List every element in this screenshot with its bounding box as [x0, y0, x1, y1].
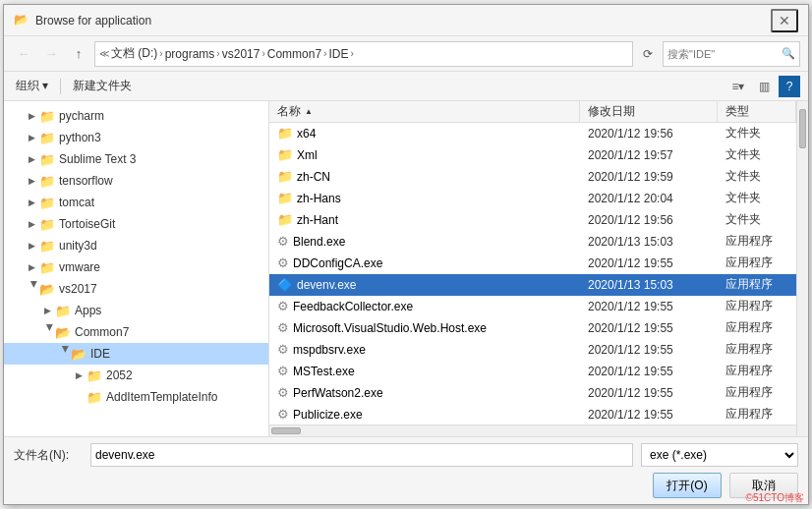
file-name-zhhant: 📁 zh-Hant — [269, 212, 580, 227]
exe-icon: ⚙ — [277, 364, 289, 378]
title-bar: 📂 Browse for application ✕ — [4, 5, 808, 36]
table-row[interactable]: 📁 zh-Hans 2020/1/12 20:04 文件夹 — [269, 188, 796, 209]
folder-icon: 📁 — [277, 191, 293, 205]
sidebar-label-pycharm: pycharm — [59, 109, 104, 123]
separator1 — [60, 79, 61, 94]
table-row[interactable]: ⚙ MSTest.exe 2020/1/12 19:55 应用程序 — [269, 361, 796, 382]
view-controls: ≡▾ ▥ ? — [727, 76, 800, 97]
view-list-button[interactable]: ≡▾ — [727, 76, 749, 97]
title-bar-left: 📂 Browse for application — [14, 13, 151, 28]
table-row[interactable]: ⚙ Publicize.exe 2020/1/12 19:55 应用程序 — [269, 404, 796, 424]
exe-icon: ⚙ — [277, 255, 289, 270]
table-row[interactable]: ⚙ DDConfigCA.exe 2020/1/12 19:55 应用程序 — [269, 253, 796, 274]
folder-icon-tensorflow: 📁 — [39, 174, 55, 188]
exe-icon: ⚙ — [277, 407, 289, 422]
view-panel-button[interactable]: ▥ — [753, 76, 775, 97]
horizontal-scrollbar[interactable] — [269, 424, 796, 436]
sidebar-item-apps[interactable]: ▶ 📁 Apps — [4, 300, 268, 321]
expand-arrow-additem — [71, 389, 87, 405]
file-list: 📁 x64 2020/1/12 19:56 文件夹 📁 Xml 2020/1/1… — [269, 123, 796, 424]
sidebar-item-2052[interactable]: ▶ 📁 2052 — [4, 365, 268, 386]
exe-icon: ⚙ — [277, 320, 289, 335]
sidebar-item-vs2017[interactable]: ▶ 📂 vs2017 — [4, 278, 268, 300]
expand-arrow-common7: ▶ — [39, 324, 55, 340]
file-name-publicize: ⚙ Publicize.exe — [269, 407, 580, 422]
sidebar-item-additemtemplateinfo[interactable]: 📁 AddItemTemplateInfo — [4, 386, 268, 408]
organize-button[interactable]: 组织 ▾ — [12, 76, 52, 96]
folder-icon: 📁 — [277, 147, 293, 162]
address-crumb-common7: Common7 — [267, 47, 321, 61]
table-row[interactable]: ⚙ Microsoft.VisualStudio.Web.Host.exe 20… — [269, 317, 796, 339]
expand-arrow-ide: ▶ — [55, 346, 71, 362]
col-header-date[interactable]: 修改日期 — [580, 101, 718, 122]
expand-arrow-tomcat: ▶ — [24, 195, 39, 210]
sidebar-item-vmware[interactable]: ▶ 📁 vmware — [4, 256, 268, 278]
table-row[interactable]: 📁 zh-CN 2020/1/12 19:59 文件夹 — [269, 166, 796, 188]
expand-arrow-sublime: ▶ — [24, 151, 39, 167]
sidebar-label-common7: Common7 — [75, 325, 129, 339]
file-name-zhhans: 📁 zh-Hans — [269, 191, 580, 205]
bottom-bar: 文件名(N): exe (*.exe) 所有文件 (*.*) 打开(O) 取消 — [4, 436, 808, 504]
table-row[interactable]: 🔷 devenv.exe 2020/1/13 15:03 应用程序 — [269, 274, 796, 296]
search-input[interactable] — [667, 48, 780, 60]
help-button[interactable]: ? — [779, 76, 800, 97]
table-row[interactable]: 📁 x64 2020/1/12 19:56 文件夹 — [269, 123, 796, 144]
sidebar-label-ide: IDE — [90, 347, 110, 361]
table-row[interactable]: ⚙ mspdbsrv.exe 2020/1/12 19:55 应用程序 — [269, 339, 796, 361]
file-name-devenv: 🔷 devenv.exe — [269, 277, 580, 292]
address-bar[interactable]: ≪ 文档 (D:) › programs › vs2017 › Common7 … — [94, 41, 633, 67]
sort-arrow-name: ▲ — [305, 107, 313, 116]
close-button[interactable]: ✕ — [771, 9, 798, 32]
sidebar-item-tomcat[interactable]: ▶ 📁 tomcat — [4, 192, 268, 213]
open-button[interactable]: 打开(O) — [653, 473, 722, 498]
sidebar-label-tortoisegit: TortoiseGit — [59, 217, 115, 231]
filetype-select[interactable]: exe (*.exe) 所有文件 (*.*) — [641, 443, 798, 467]
sidebar-item-common7[interactable]: ▶ 📂 Common7 — [4, 321, 268, 343]
folder-icon-apps: 📁 — [55, 304, 71, 317]
up-button[interactable]: ↑ — [67, 42, 90, 66]
address-arrow4: › — [323, 48, 326, 59]
table-row[interactable]: ⚙ FeedbackCollector.exe 2020/1/12 19:55 … — [269, 296, 796, 317]
col-header-type[interactable]: 类型 — [718, 101, 796, 122]
back-button[interactable]: ← — [12, 42, 35, 66]
cancel-button[interactable]: 取消 — [729, 473, 798, 498]
sidebar-item-tortoisegit[interactable]: ▶ 📁 TortoiseGit — [4, 213, 268, 235]
sidebar-item-tensorflow[interactable]: ▶ 📁 tensorflow — [4, 170, 268, 192]
file-name-feedback: ⚙ FeedbackCollector.exe — [269, 299, 580, 313]
sidebar-item-sublime[interactable]: ▶ 📁 Sublime Text 3 — [4, 148, 268, 170]
sidebar-item-ide[interactable]: ▶ 📂 IDE — [4, 343, 268, 365]
search-icon: 🔍 — [782, 47, 795, 60]
col-header-name[interactable]: 名称 ▲ — [269, 101, 580, 122]
main-content: ▶ 📁 pycharm ▶ 📁 python3 ▶ 📁 Sublime Text… — [4, 101, 808, 436]
sidebar-label-vs2017: vs2017 — [59, 282, 97, 296]
folder-icon-pycharm: 📁 — [39, 109, 55, 123]
table-row[interactable]: 📁 Xml 2020/1/12 19:57 文件夹 — [269, 144, 796, 166]
address-crumb-vs2017: vs2017 — [222, 47, 261, 61]
file-name-mstest: ⚙ MSTest.exe — [269, 364, 580, 378]
sidebar-label-tomcat: tomcat — [59, 196, 94, 209]
new-folder-button[interactable]: 新建文件夹 — [69, 76, 136, 96]
sidebar-item-unity3d[interactable]: ▶ 📁 unity3d — [4, 235, 268, 256]
sidebar-label-vmware: vmware — [59, 260, 100, 274]
expand-arrow-pycharm: ▶ — [24, 108, 39, 124]
vertical-scrollbar[interactable] — [796, 101, 808, 436]
sidebar-tree: ▶ 📁 pycharm ▶ 📁 python3 ▶ 📁 Sublime Text… — [4, 101, 269, 436]
table-row[interactable]: ⚙ Blend.exe 2020/1/13 15:03 应用程序 — [269, 231, 796, 253]
refresh-button[interactable]: ⟳ — [637, 43, 659, 65]
vs-icon: 🔷 — [277, 277, 293, 292]
exe-icon: ⚙ — [277, 299, 289, 313]
table-row[interactable]: ⚙ PerfWatson2.exe 2020/1/12 19:55 应用程序 — [269, 382, 796, 404]
exe-icon: ⚙ — [277, 342, 289, 357]
filename-row: 文件名(N): exe (*.exe) 所有文件 (*.*) — [14, 443, 798, 467]
search-box[interactable]: 🔍 — [663, 41, 800, 67]
expand-arrow-2052: ▶ — [71, 368, 87, 383]
dialog-window: 📂 Browse for application ✕ ← → ↑ ≪ 文档 (D… — [3, 4, 809, 505]
sidebar-item-python3[interactable]: ▶ 📁 python3 — [4, 127, 268, 148]
forward-button[interactable]: → — [39, 42, 63, 66]
folder-icon-tortoisegit: 📁 — [39, 217, 55, 231]
filename-input[interactable] — [90, 443, 633, 467]
address-crumb-ide: IDE — [328, 47, 348, 61]
file-name-mspdbs: ⚙ mspdbsrv.exe — [269, 342, 580, 357]
table-row[interactable]: 📁 zh-Hant 2020/1/12 19:56 文件夹 — [269, 209, 796, 231]
sidebar-item-pycharm[interactable]: ▶ 📁 pycharm — [4, 105, 268, 127]
